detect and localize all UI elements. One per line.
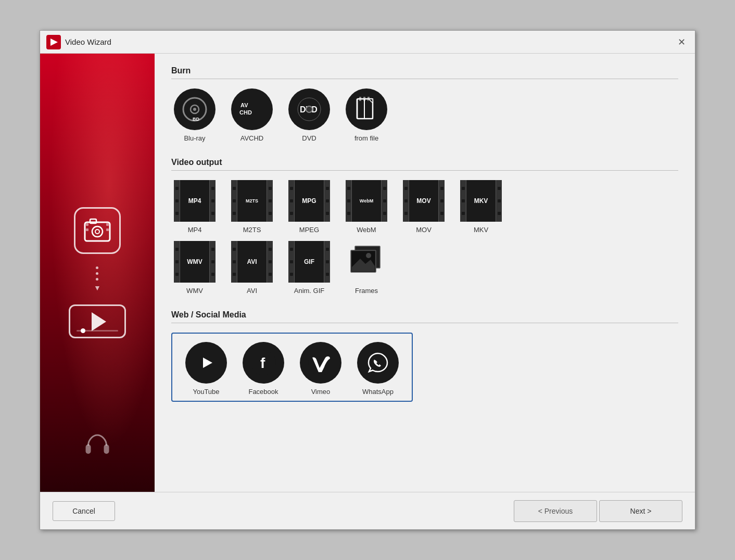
web-social-divider <box>171 323 678 323</box>
headphone-icon <box>83 430 112 459</box>
youtube-icon <box>185 342 227 384</box>
title-bar: Video Wizard ✕ <box>40 31 695 54</box>
headphone-area <box>83 430 112 461</box>
camera-icon <box>82 215 113 246</box>
format-wmv[interactable]: WMV WMV <box>171 241 218 295</box>
bluray-icon: BD <box>174 88 216 130</box>
dvd-icon: DVD <box>288 88 330 130</box>
format-mp4[interactable]: MP4 MP4 <box>171 180 218 234</box>
left-panel-icons: ▼ <box>69 207 126 338</box>
svg-rect-6 <box>86 223 88 226</box>
avchd-icon: AV CHD <box>231 88 273 130</box>
app-icon <box>46 35 61 49</box>
vimeo-icon <box>300 342 341 384</box>
panel-top-icon <box>74 207 121 254</box>
wmv-label: WMV <box>186 287 203 295</box>
format-mkv[interactable]: MKV MKV <box>458 180 504 234</box>
left-panel: ▼ <box>40 54 155 492</box>
format-m2ts[interactable]: M2TS M2TS <box>229 180 275 234</box>
avchd-svg: AV CHD <box>238 96 265 123</box>
youtube-svg <box>193 349 220 376</box>
web-social-title: Web / Social Media <box>171 310 678 320</box>
gif-icon: GIF <box>288 241 330 283</box>
svg-rect-10 <box>86 444 91 454</box>
frames-svg <box>346 241 387 283</box>
svg-point-4 <box>92 226 103 237</box>
format-frames[interactable]: Frames <box>343 241 390 295</box>
svg-point-14 <box>193 108 196 111</box>
nav-buttons: < Previous Next > <box>514 500 682 522</box>
format-gif[interactable]: GIF Anim. GIF <box>286 241 333 295</box>
svg-point-5 <box>95 230 99 234</box>
social-vimeo[interactable]: Vimeo <box>297 342 344 396</box>
format-mpeg[interactable]: MPG MPEG <box>286 180 333 234</box>
dvd-label: DVD <box>302 134 316 142</box>
next-button[interactable]: Next > <box>599 500 682 522</box>
format-mov[interactable]: MOV MOV <box>400 180 447 234</box>
svg-rect-9 <box>106 228 109 231</box>
svg-text:BD: BD <box>193 117 199 122</box>
svg-rect-11 <box>104 444 109 454</box>
previous-button[interactable]: < Previous <box>514 500 597 522</box>
m2ts-icon: M2TS <box>231 180 273 222</box>
main-window: Video Wizard ✕ <box>40 30 695 530</box>
avchd-label: AVCHD <box>240 134 264 142</box>
avi-icon: AVI <box>231 241 273 283</box>
right-panel: Burn BD Blu-ray <box>155 54 695 492</box>
close-button[interactable]: ✕ <box>674 35 689 49</box>
facebook-icon: f <box>243 342 284 384</box>
wmv-icon: WMV <box>174 241 216 283</box>
facebook-svg: f <box>250 349 277 376</box>
whatsapp-label: WhatsApp <box>362 388 394 396</box>
format-avi[interactable]: AVI AVI <box>229 241 275 295</box>
svg-rect-22 <box>359 97 361 101</box>
social-facebook[interactable]: f Facebook <box>240 342 287 396</box>
svg-text:f: f <box>260 355 265 371</box>
cancel-button[interactable]: Cancel <box>53 501 115 521</box>
burn-row: BD Blu-ray AV CHD AVCHD <box>171 88 678 142</box>
social-whatsapp[interactable]: WhatsApp <box>354 342 401 396</box>
burn-bluray[interactable]: BD Blu-ray <box>171 88 218 142</box>
facebook-label: Facebook <box>248 388 278 396</box>
fromfile-label: from file <box>354 134 378 142</box>
svg-point-20 <box>306 106 312 112</box>
mpeg-icon: MPG <box>288 180 330 222</box>
burn-section-title: Burn <box>171 66 678 75</box>
video-output-row1: MP4 MP4 M2TS M2TS <box>171 180 678 234</box>
fromfile-icon <box>346 88 387 130</box>
svg-text:CHD: CHD <box>239 109 252 116</box>
footer: Cancel < Previous Next > <box>40 492 695 529</box>
mp4-label: MP4 <box>188 226 202 234</box>
gif-label: Anim. GIF <box>294 287 325 295</box>
mov-label: MOV <box>416 226 432 234</box>
bluray-svg: BD <box>181 96 208 123</box>
window-title: Video Wizard <box>65 37 111 46</box>
whatsapp-svg <box>364 349 391 376</box>
play-triangle <box>92 312 106 331</box>
mpeg-label: MPEG <box>299 226 319 234</box>
svg-rect-3 <box>90 219 96 223</box>
progress-dot <box>81 328 85 333</box>
burn-divider <box>171 79 678 79</box>
burn-fromfile[interactable]: from file <box>343 88 390 142</box>
bluray-label: Blu-ray <box>184 134 205 142</box>
mp4-icon: MP4 <box>174 180 216 222</box>
web-social-box: YouTube f Facebook <box>171 333 413 402</box>
title-bar-left: Video Wizard <box>46 35 111 49</box>
content-area: ▼ Burn <box>40 54 695 492</box>
format-webm[interactable]: WebM WebM <box>343 180 390 234</box>
video-output-title: Video output <box>171 158 678 167</box>
burn-avchd[interactable]: AV CHD AVCHD <box>229 88 275 142</box>
dvd-svg: DVD <box>296 96 323 123</box>
avi-label: AVI <box>247 287 257 295</box>
frames-label: Frames <box>355 287 378 295</box>
video-output-row2: WMV WMV AVI AVI <box>171 241 678 295</box>
vimeo-label: Vimeo <box>311 388 331 396</box>
video-output-divider <box>171 170 678 171</box>
youtube-label: YouTube <box>193 388 219 396</box>
svg-rect-7 <box>86 228 88 231</box>
social-youtube[interactable]: YouTube <box>183 342 230 396</box>
burn-dvd[interactable]: DVD DVD <box>286 88 333 142</box>
svg-text:AV: AV <box>240 102 248 108</box>
whatsapp-icon <box>357 342 399 384</box>
